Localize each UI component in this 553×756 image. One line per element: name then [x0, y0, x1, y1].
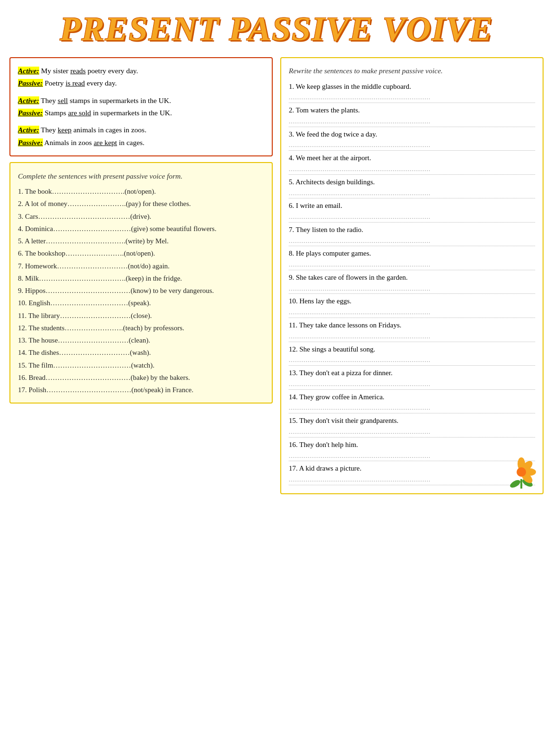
complete-sentences-list: 1. The book………………………….(not/open). 2. A l…	[18, 185, 264, 396]
dotted-line-11: ........................................…	[289, 332, 535, 342]
dotted-line-7: ........................................…	[289, 237, 535, 247]
rewrite-item-16: 16. They don't help him.	[289, 439, 535, 451]
list-item: 7. Homework…………………………(not/do) again.	[18, 260, 264, 272]
list-item: 6. The bookshop…………………….(not/open).	[18, 247, 264, 259]
left-column: Active: My sister reads poetry every day…	[9, 57, 273, 404]
active-label-1: Active:	[18, 67, 39, 75]
list-item: 13. The house…………………………(clean).	[18, 334, 264, 346]
list-item: 12. The students…………………….(teach) by prof…	[18, 322, 264, 334]
page-title: PRESENT PASSIVE VOIVE	[9, 9, 544, 49]
flower-decoration	[505, 451, 538, 489]
list-item: 4. Dominica……………………………(give) some beauti…	[18, 223, 264, 235]
rewrite-box: Rewrite the sentences to make present pa…	[280, 57, 544, 494]
svg-point-7	[517, 467, 526, 477]
dotted-line-6: ........................................…	[289, 213, 535, 223]
list-item: 9. Hippos………………………………(know) to be very d…	[18, 284, 264, 297]
example-active-3: Active: They keep animals in cages in zo…	[18, 124, 264, 136]
rewrite-item-15: 15. They don't visit their grandparents.	[289, 415, 535, 427]
rewrite-item-12: 12. She sings a beautiful song.	[289, 344, 535, 355]
list-item: 11. The library…………………………(close).	[18, 309, 264, 322]
complete-box: Complete the sentences with present pass…	[9, 162, 273, 404]
dotted-line-14: ........................................…	[289, 404, 535, 413]
rewrite-item-4: 4. We meet her at the airport.	[289, 152, 535, 164]
active-label-3: Active:	[18, 126, 39, 134]
dotted-line-13: ........................................…	[289, 380, 535, 390]
example-passive-3: Passive: Animals in zoos are kept in cag…	[18, 137, 264, 149]
rewrite-item-11: 11. They take dance lessons on Fridays.	[289, 319, 535, 331]
example-active-1: Active: My sister reads poetry every day…	[18, 65, 264, 77]
rewrite-item-14: 14. They grow coffee in America.	[289, 391, 535, 403]
rewrite-item-8: 8. He plays computer games.	[289, 248, 535, 259]
dotted-line-8: ........................................…	[289, 260, 535, 270]
dotted-line-12: ........................................…	[289, 356, 535, 366]
dotted-line-4: ........................................…	[289, 165, 535, 175]
svg-point-1	[509, 479, 522, 489]
examples-box: Active: My sister reads poetry every day…	[9, 57, 273, 156]
list-item: 10. English……………………………(speak).	[18, 297, 264, 309]
complete-section-title: Complete the sentences with present pass…	[18, 170, 264, 182]
passive-label-2: Passive:	[18, 109, 43, 117]
dotted-line-15: ........................................…	[289, 428, 535, 438]
main-content: Active: My sister reads poetry every day…	[9, 57, 544, 494]
rewrite-section-title: Rewrite the sentences to make present pa…	[289, 65, 535, 77]
list-item: 14. The dishes…………………………(wash).	[18, 346, 264, 359]
example-group-3: Active: They keep animals in cages in zo…	[18, 124, 264, 149]
list-item: 1. The book………………………….(not/open).	[18, 185, 264, 198]
example-active-2: Active: They sell stamps in supermarkets…	[18, 94, 264, 107]
dotted-line-10: ........................................…	[289, 308, 535, 318]
list-item: 15. The film……………………………(watch).	[18, 359, 264, 371]
example-group-2: Active: They sell stamps in supermarkets…	[18, 94, 264, 120]
rewrite-item-3: 3. We feed the dog twice a day.	[289, 129, 535, 140]
rewrite-item-9: 9. She takes care of flowers in the gard…	[289, 272, 535, 284]
passive-label-1: Passive:	[18, 79, 43, 87]
rewrite-item-7: 7. They listen to the radio.	[289, 224, 535, 236]
list-item: 8. Milk……………………………….(keep) in the fridge…	[18, 272, 264, 284]
list-item: 3. Cars…………………………………(drive).	[18, 210, 264, 223]
example-passive-2: Passive: Stamps are sold in supermarkets…	[18, 107, 264, 119]
example-group-1: Active: My sister reads poetry every day…	[18, 65, 264, 90]
list-item: 17. Polish………………………………(not/speak) in Fra…	[18, 384, 264, 396]
right-column: Rewrite the sentences to make present pa…	[280, 57, 544, 494]
rewrite-item-1: 1. We keep glasses in the middle cupboar…	[289, 81, 535, 93]
dotted-line-3: ........................................…	[289, 141, 535, 151]
dotted-line-2: ........................................…	[289, 117, 535, 127]
list-item: 2. A lot of money…………………….(pay) for thes…	[18, 198, 264, 210]
rewrite-item-2: 2. Tom waters the plants.	[289, 104, 535, 116]
rewrite-item-10: 10. Hens lay the eggs.	[289, 295, 535, 307]
rewrite-item-17: 17. A kid draws a picture.	[289, 463, 535, 474]
dotted-line-17: ........................................…	[289, 475, 535, 485]
dotted-line-16: ........................................…	[289, 452, 535, 462]
example-passive-1: Passive: Poetry is read every day.	[18, 77, 264, 89]
rewrite-item-13: 13. They don't eat a pizza for dinner.	[289, 367, 535, 379]
passive-label-3: Passive:	[18, 138, 43, 146]
list-item: 16. Bread………………………………(bake) by the baker…	[18, 371, 264, 384]
dotted-line-1: ........................................…	[289, 93, 535, 103]
dotted-line-9: ........................................…	[289, 284, 535, 294]
list-item: 5. A letter…………………………….(write) by Mel.	[18, 235, 264, 247]
active-label-2: Active:	[18, 96, 39, 104]
rewrite-item-5: 5. Architects design buildings.	[289, 176, 535, 188]
rewrite-item-6: 6. I write an email.	[289, 200, 535, 212]
dotted-line-5: ........................................…	[289, 189, 535, 199]
